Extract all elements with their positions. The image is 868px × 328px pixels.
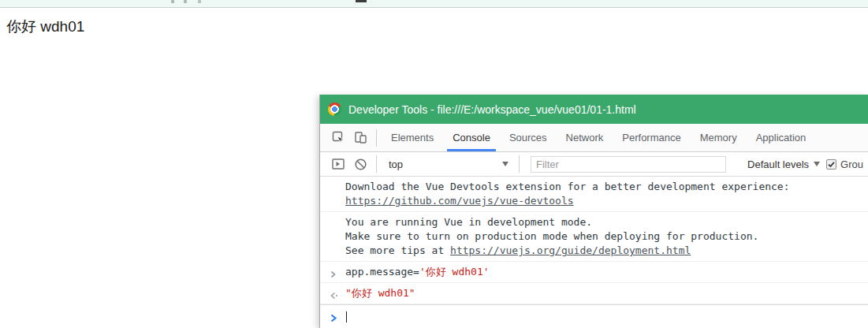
group-similar-toggle[interactable]: Grou xyxy=(826,158,863,170)
tab-application[interactable]: Application xyxy=(747,124,816,151)
command-code: app.message= xyxy=(345,266,419,278)
command-string-literal: '你好 wdh01' xyxy=(419,266,490,278)
console-message-vue-devtools: Download the Vue Devtools extension for … xyxy=(320,177,868,212)
prompt-chevron-icon xyxy=(330,312,337,326)
chevron-down-icon xyxy=(814,162,820,166)
devtools-window: Developer Tools - file:///E:/workspace_v… xyxy=(319,95,868,328)
tab-console[interactable]: Console xyxy=(443,124,500,151)
result-arrow-icon xyxy=(330,289,338,304)
command-chevron-icon xyxy=(330,268,337,282)
console-message-vue-mode: You are running Vue in development mode.… xyxy=(320,212,868,262)
console-toolbar: top Default levels Grou xyxy=(320,152,868,177)
text-cursor xyxy=(346,311,347,322)
context-selector-value: top xyxy=(389,158,403,170)
tab-memory[interactable]: Memory xyxy=(691,124,747,151)
tab-sources[interactable]: Sources xyxy=(500,124,557,151)
toolbar-separator xyxy=(376,155,377,173)
console-message-line: See more tips at https://vuejs.org/guide… xyxy=(345,244,862,258)
checkmark-icon xyxy=(827,160,836,169)
log-levels-label: Default levels xyxy=(747,158,809,170)
filter-input[interactable] xyxy=(531,156,726,173)
devtools-window-title: Developer Tools - file:///E:/workspace_v… xyxy=(348,103,636,116)
device-toolbar-icon[interactable] xyxy=(349,128,371,148)
browser-chrome-artifact-dots xyxy=(168,0,206,4)
chrome-logo-icon xyxy=(328,102,341,116)
toolbar-separator xyxy=(519,155,520,173)
inspect-element-icon[interactable] xyxy=(327,128,349,148)
log-levels-selector[interactable]: Default levels xyxy=(741,158,826,170)
clear-console-icon[interactable] xyxy=(349,154,371,174)
page-heading: 你好 wdh01 xyxy=(6,17,84,37)
console-link-vue-devtools[interactable]: https://github.com/vuejs/vue-devtools xyxy=(345,195,574,207)
console-sidebar-icon[interactable] xyxy=(327,154,349,174)
tab-performance[interactable]: Performance xyxy=(613,124,690,151)
console-result-row: "你好 wdh01" xyxy=(320,283,868,304)
tab-elements[interactable]: Elements xyxy=(382,124,443,151)
devtools-tabbar: Elements Console Sources Network Perform… xyxy=(320,124,868,152)
console-output: Download the Vue Devtools extension for … xyxy=(320,177,868,328)
group-similar-checkbox[interactable] xyxy=(826,159,836,170)
result-value: "你好 wdh01" xyxy=(345,287,415,299)
browser-chrome-artifact-dash xyxy=(356,0,367,2)
execution-context-selector[interactable]: top xyxy=(382,152,514,176)
console-message-line: Make sure to turn on production mode whe… xyxy=(345,229,862,244)
chevron-down-icon xyxy=(502,162,509,166)
console-prompt-row[interactable] xyxy=(320,304,868,328)
devtools-titlebar[interactable]: Developer Tools - file:///E:/workspace_v… xyxy=(320,95,868,124)
console-message-line: You are running Vue in development mode. xyxy=(345,215,862,229)
tab-network[interactable]: Network xyxy=(557,124,613,151)
console-message-line: Download the Vue Devtools extension for … xyxy=(345,180,862,194)
console-command-row: app.message='你好 wdh01' xyxy=(320,262,868,283)
tabbar-separator xyxy=(376,129,377,147)
browser-chrome-strip xyxy=(0,0,868,8)
console-link-deployment[interactable]: https://vuejs.org/guide/deployment.html xyxy=(450,244,691,256)
group-similar-label: Grou xyxy=(840,158,863,170)
